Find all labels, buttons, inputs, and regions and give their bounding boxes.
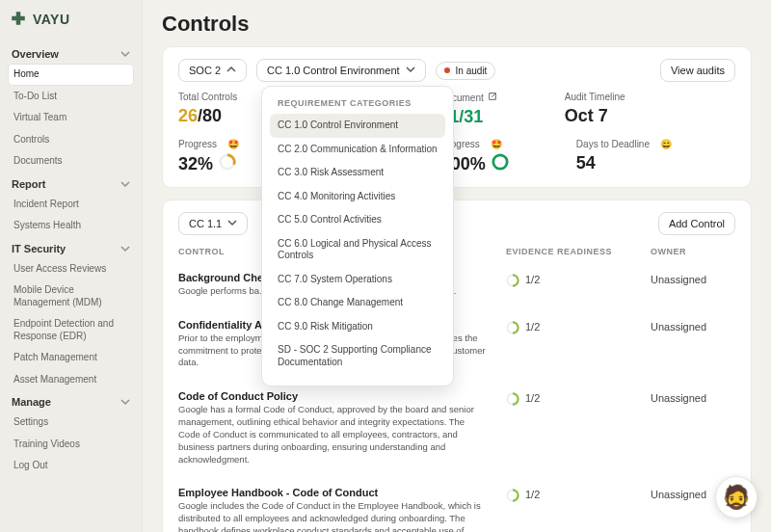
chevron-down-icon xyxy=(120,244,130,253)
dropdown-item[interactable]: SD - SOC 2 Supporting Compliance Documen… xyxy=(270,338,445,374)
main-content: Controls SOC 2 CC 1.0 Control Environmen… xyxy=(143,0,771,532)
evidence-ring-icon xyxy=(506,274,519,289)
dropdown-item[interactable]: CC 1.0 Control Environment xyxy=(270,114,445,138)
stat-label: Audit Timeline xyxy=(565,92,625,102)
brand-name: VAYU xyxy=(33,12,70,27)
controls-list-card: CC 1.1 Add Control CONTROL EVIDENCE READ… xyxy=(162,200,752,532)
requirement-categories-dropdown: REQUIREMENT CATEGORIES CC 1.0 Control En… xyxy=(261,86,454,386)
nav-item-user-access-reviews[interactable]: User Access Reviews xyxy=(8,258,134,280)
brand-mark-icon xyxy=(10,10,27,29)
chevron-down-icon xyxy=(120,49,130,59)
evidence-readiness: 1/2 xyxy=(525,489,540,500)
evidence-ring-icon xyxy=(506,392,519,408)
framework-selector-label: SOC 2 xyxy=(189,65,221,76)
chevron-down-icon xyxy=(120,179,130,189)
owner: Unassigned xyxy=(651,272,735,298)
category-selector[interactable]: CC 1.0 Control Environment xyxy=(256,59,426,82)
nav-item-incident-report[interactable]: Incident Report xyxy=(8,194,134,216)
stat-progress-left: Progress 🤩 32% xyxy=(178,139,239,175)
nav-item-mobile-device-management-mdm-[interactable]: Mobile Device Management (MDM) xyxy=(8,279,134,313)
evidence-readiness: 1/2 xyxy=(525,274,540,285)
framework-selector[interactable]: SOC 2 xyxy=(178,59,247,82)
progress-left-value: 32% xyxy=(178,154,213,174)
dropdown-item[interactable]: CC 4.0 Monitoring Activities xyxy=(270,185,445,209)
view-audits-button[interactable]: View audits xyxy=(660,59,735,82)
nav-item-controls[interactable]: Controls xyxy=(8,129,134,151)
subsection-selector[interactable]: CC 1.1 xyxy=(178,212,248,235)
nav-item-endpoint-detection-and-response-edr-[interactable]: Endpoint Detection and Response (EDR) xyxy=(8,313,134,347)
status-badge-label: In audit xyxy=(456,66,488,76)
control-row[interactable]: Code of Conduct PolicyGoogle has a forma… xyxy=(178,383,735,479)
starry-eyes-emoji-icon: 🤩 xyxy=(227,139,239,149)
audit-timeline-value: Oct 7 xyxy=(565,106,625,126)
dropdown-item[interactable]: CC 3.0 Risk Assessment xyxy=(270,161,445,185)
evidence-ring-icon xyxy=(506,489,519,504)
nav-item-log-out[interactable]: Log Out xyxy=(8,455,134,477)
status-dot-icon xyxy=(444,67,450,73)
chevron-down-icon xyxy=(227,218,237,229)
stat-audit-timeline: Audit Timeline Oct 7 xyxy=(565,92,625,127)
nav-item-home[interactable]: Home xyxy=(8,64,134,86)
dropdown-item[interactable]: CC 8.0 Change Management xyxy=(270,291,445,315)
progress-ring-icon xyxy=(219,153,236,175)
chevron-up-icon xyxy=(226,65,236,76)
control-description: Google includes the Code of Conduct in t… xyxy=(178,500,489,532)
nav-item-virtual-team[interactable]: Virtual Team xyxy=(8,107,134,129)
control-title: Employee Handbook - Code of Conduct xyxy=(178,487,489,498)
page-title: Controls xyxy=(162,12,752,37)
progress-left-label: Progress xyxy=(178,139,217,149)
avatar[interactable]: 🧔 xyxy=(715,476,758,519)
dropdown-item[interactable]: CC 6.0 Logical and Physical Access Contr… xyxy=(270,232,445,268)
stat-label: Total Controls xyxy=(178,92,237,102)
nav-item-to-do-list[interactable]: To-Do List xyxy=(8,86,134,108)
control-title: Code of Conduct Policy xyxy=(178,390,489,402)
chevron-down-icon xyxy=(406,65,415,76)
external-link-icon[interactable] xyxy=(488,92,497,103)
nav-item-systems-health[interactable]: Systems Health xyxy=(8,215,134,237)
stat-days-to-deadline: Days to Deadline 😄 54 xyxy=(576,139,672,175)
category-selector-label: CC 1.0 Control Environment xyxy=(267,65,400,76)
chevron-down-icon xyxy=(120,397,130,407)
stat-total-controls: Total Controls 26/80 xyxy=(178,92,237,127)
nav-item-patch-management[interactable]: Patch Management xyxy=(8,347,134,369)
days-to-deadline-value: 54 xyxy=(576,153,672,173)
nav-group-report[interactable]: Report xyxy=(8,173,134,194)
dropdown-item[interactable]: CC 2.0 Communication & Information xyxy=(270,138,445,162)
total-controls-total: 80 xyxy=(202,106,222,125)
nav-item-asset-management[interactable]: Asset Management xyxy=(8,369,134,391)
brand: VAYU xyxy=(8,10,134,29)
nav-item-documents[interactable]: Documents xyxy=(8,150,134,173)
summary-card: SOC 2 CC 1.0 Control Environment In audi… xyxy=(162,46,752,188)
subsection-selector-label: CC 1.1 xyxy=(189,218,222,229)
dropdown-header: REQUIREMENT CATEGORIES xyxy=(270,96,445,114)
dropdown-item[interactable]: CC 5.0 Control Activities xyxy=(270,208,445,232)
days-to-deadline-label: Days to Deadline xyxy=(576,139,650,149)
owner: Unassigned xyxy=(651,319,735,369)
nav-group-manage[interactable]: Manage xyxy=(8,390,134,412)
column-header-evidence: EVIDENCE READINESS xyxy=(506,247,651,256)
status-badge: In audit xyxy=(436,62,496,80)
control-description: Google has a formal Code of Conduct, app… xyxy=(178,404,489,466)
nav-group-it-security[interactable]: IT Security xyxy=(8,237,134,258)
dropdown-item[interactable]: CC 7.0 System Operations xyxy=(270,268,445,292)
dropdown-item[interactable]: CC 9.0 Risk Mitigation xyxy=(270,315,445,339)
evidence-readiness: 1/2 xyxy=(525,321,540,332)
nav-item-settings[interactable]: Settings xyxy=(8,412,134,434)
svg-point-1 xyxy=(493,155,507,169)
sidebar: VAYU OverviewHomeTo-Do ListVirtual TeamC… xyxy=(0,0,143,532)
progress-ring-icon xyxy=(492,153,509,175)
grin-emoji-icon: 😄 xyxy=(660,139,672,149)
view-audits-label: View audits xyxy=(671,65,725,76)
add-control-label: Add Control xyxy=(669,218,725,229)
nav-item-training-videos[interactable]: Training Videos xyxy=(8,434,134,456)
starry-eyes-emoji-icon: 🤩 xyxy=(491,139,502,149)
control-row[interactable]: Employee Handbook - Code of ConductGoogl… xyxy=(178,479,735,532)
nav-group-overview[interactable]: Overview xyxy=(8,42,134,64)
owner: Unassigned xyxy=(651,390,735,466)
evidence-readiness: 1/2 xyxy=(525,392,540,404)
add-control-button[interactable]: Add Control xyxy=(658,212,735,235)
column-header-owner: OWNER xyxy=(651,247,735,256)
evidence-ring-icon xyxy=(506,321,519,336)
total-controls-current: 26 xyxy=(178,106,198,125)
